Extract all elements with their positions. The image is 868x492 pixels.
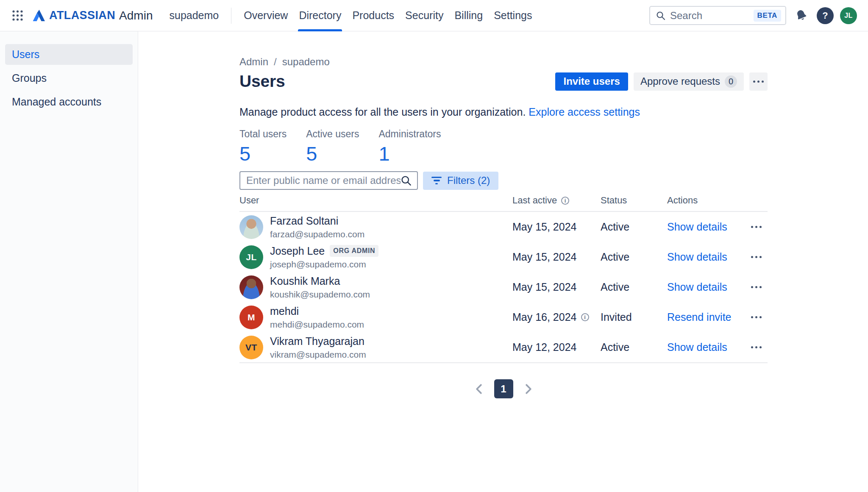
row-more-button[interactable] (751, 219, 762, 236)
breadcrumb-org[interactable]: supademo (282, 56, 330, 68)
status-text: Invited (601, 311, 632, 323)
sidebar-item-users[interactable]: Users (5, 44, 133, 65)
column-header-label: Status (601, 195, 627, 206)
ellipsis-icon (751, 286, 762, 288)
show-details-link[interactable]: Show details (667, 221, 727, 233)
breadcrumb-admin[interactable]: Admin (239, 56, 268, 68)
sidebar-item-groups[interactable]: Groups (5, 68, 133, 89)
users-table: UserLast activeiStatusActions Farzad Sol… (239, 195, 768, 363)
next-page-button[interactable] (523, 382, 534, 396)
show-details-link[interactable]: Show details (667, 341, 727, 353)
nav-item-org[interactable]: supademo (164, 0, 224, 31)
column-header-status: Status (601, 195, 667, 206)
info-icon[interactable]: i (581, 313, 589, 321)
user-cell: Mmehdimehdi@supademo.com (239, 305, 512, 330)
table-row: Mmehdimehdi@supademo.comMay 16, 2024iInv… (239, 302, 768, 332)
more-actions-button[interactable] (749, 72, 768, 91)
user-email: koushik@supademo.com (270, 289, 370, 300)
invite-users-button[interactable]: Invite users (555, 72, 628, 91)
nav-item-settings[interactable]: Settings (488, 0, 537, 31)
global-search[interactable]: BETA (649, 6, 786, 25)
user-name-line: Joseph LeeORG ADMIN (270, 245, 378, 257)
primary-nav: supademo OverviewDirectoryProductsSecuri… (164, 0, 537, 31)
nav-item-billing[interactable]: Billing (449, 0, 488, 31)
filters-button[interactable]: Filters (2) (423, 172, 498, 190)
status-cell: Active (601, 281, 667, 293)
nav-divider (231, 8, 231, 24)
table-row: Koushik Markakoushik@supademo.comMay 15,… (239, 272, 768, 302)
page-title: Users (239, 72, 285, 91)
status-text: Active (601, 341, 629, 353)
breadcrumb-separator: / (274, 56, 277, 68)
account-avatar[interactable]: JL (840, 7, 857, 24)
search-icon (401, 175, 412, 186)
resend-invite-link[interactable]: Resend invite (667, 311, 731, 323)
user-name-line: Farzad Soltani (270, 215, 364, 227)
ellipsis-icon (751, 256, 762, 258)
sidebar-item-managed-accounts[interactable]: Managed accounts (5, 92, 133, 112)
status-text: Active (601, 251, 629, 263)
explore-access-settings-link[interactable]: Explore access settings (529, 106, 640, 118)
actions-cell: Show details (667, 249, 768, 266)
nav-item-overview[interactable]: Overview (238, 0, 293, 31)
last-active-cell: May 15, 2024 (512, 281, 601, 293)
user-name-line: Koushik Marka (270, 275, 370, 287)
user-cell: VTVikram Thyagarajanvikram@supademo.com (239, 335, 512, 360)
status-cell: Active (601, 221, 667, 233)
current-page[interactable]: 1 (494, 379, 513, 398)
stat-value: 5 (306, 144, 359, 164)
row-more-button[interactable] (751, 279, 762, 296)
actions-cell: Show details (667, 279, 768, 296)
user-name: Koushik Marka (270, 275, 340, 287)
table-row: VTVikram Thyagarajanvikram@supademo.comM… (239, 332, 768, 362)
ellipsis-icon (751, 346, 762, 348)
column-header-user: User (239, 195, 512, 206)
show-details-link[interactable]: Show details (667, 251, 727, 263)
user-cell: Koushik Markakoushik@supademo.com (239, 275, 512, 300)
announcements-button[interactable] (793, 7, 810, 25)
org-admin-badge: ORG ADMIN (330, 245, 378, 257)
user-search-input[interactable] (246, 175, 401, 186)
status-text: Active (601, 281, 629, 293)
column-header-last-active: Last activei (512, 195, 601, 206)
avatar: JL (239, 245, 263, 269)
last-active-cell: May 12, 2024 (512, 341, 601, 353)
user-stats: Total users5Active users5Administrators1 (239, 128, 768, 164)
atlassian-admin-logo[interactable]: ATLASSIAN Admin (32, 9, 153, 22)
row-more-button[interactable] (751, 339, 762, 356)
help-button[interactable]: ? (817, 7, 834, 24)
status-text: Active (601, 221, 629, 233)
user-email: mehdi@supademo.com (270, 320, 364, 330)
nav-item-directory[interactable]: Directory (293, 0, 347, 31)
filter-icon (431, 177, 442, 185)
app-switcher-button[interactable] (11, 9, 24, 22)
row-more-button[interactable] (751, 309, 762, 326)
global-search-input[interactable] (670, 10, 749, 22)
info-icon[interactable]: i (561, 197, 569, 205)
stat-label: Active users (306, 128, 359, 140)
stat-value: 1 (378, 144, 441, 164)
last-active-date: May 15, 2024 (512, 281, 577, 293)
avatar: VT (239, 336, 263, 359)
column-header-actions: Actions (667, 195, 768, 206)
nav-item-security[interactable]: Security (400, 0, 449, 31)
column-header-label: User (239, 195, 259, 206)
row-more-button[interactable] (751, 249, 762, 266)
beta-badge: BETA (754, 10, 781, 22)
user-search-field[interactable] (239, 171, 418, 190)
avatar (239, 215, 263, 239)
nav-item-products[interactable]: Products (347, 0, 400, 31)
user-cell: Farzad Soltanifarzad@supademo.com (239, 215, 512, 239)
user-cell: JLJoseph LeeORG ADMINjoseph@supademo.com (239, 245, 512, 270)
table-row: Farzad Soltanifarzad@supademo.comMay 15,… (239, 212, 768, 242)
main-area: Admin / supademo Users Invite users Appr… (138, 31, 868, 492)
user-email: joseph@supademo.com (270, 259, 378, 270)
status-cell: Invited (601, 311, 667, 323)
breadcrumb: Admin / supademo (239, 56, 768, 68)
chevron-right-icon (525, 384, 532, 395)
stat-administrators: Administrators1 (378, 128, 441, 164)
approve-requests-button[interactable]: Approve requests 0 (634, 72, 744, 91)
previous-page-button[interactable] (474, 382, 484, 396)
show-details-link[interactable]: Show details (667, 281, 727, 293)
page-description: Manage product access for all the users … (239, 106, 526, 118)
